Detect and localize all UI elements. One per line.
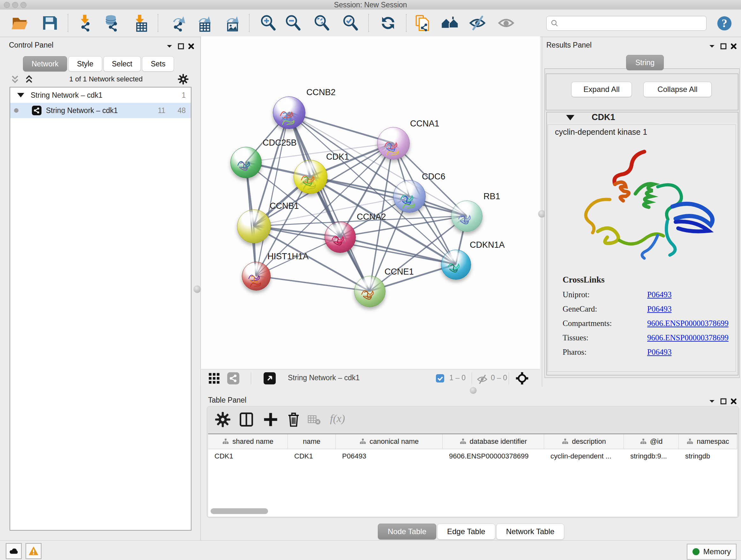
import-network-file-icon[interactable]	[76, 14, 94, 32]
network-node-CCNA2[interactable]	[325, 222, 356, 253]
network-canvas[interactable]: CCNB2CCNA1CDC25BCDK1CDC6RB1CCNB1CCNA2CDK…	[201, 37, 540, 369]
import-network-db-icon[interactable]	[104, 14, 121, 32]
table-settings-gear-icon[interactable]	[214, 411, 231, 428]
export-image-icon[interactable]	[222, 14, 240, 32]
horizontal-splitter-handle[interactable]	[470, 387, 477, 394]
results-panel-collapse-icon[interactable]	[708, 42, 716, 51]
tab-sets[interactable]: Sets	[142, 56, 174, 71]
results-panel-close-icon[interactable]	[730, 42, 738, 51]
table-cell[interactable]: P06493	[336, 452, 443, 460]
network-node-CCNB2[interactable]	[273, 97, 306, 129]
tab-node-table[interactable]: Node Table	[378, 523, 436, 540]
network-node-CCNB1[interactable]	[237, 209, 271, 243]
protein-name-heading[interactable]: CDK1	[592, 112, 615, 122]
collapse-all-networks-icon[interactable]	[10, 74, 20, 84]
network-share-icon[interactable]	[227, 372, 239, 384]
delete-column-trash-icon[interactable]	[285, 411, 302, 428]
control-panel-close-icon[interactable]	[187, 42, 195, 51]
collapse-all-button[interactable]: Collapse All	[643, 82, 712, 97]
tab-select[interactable]: Select	[104, 56, 141, 71]
duplicate-network-icon[interactable]	[414, 14, 431, 32]
network-node-HIST1H1A[interactable]	[242, 262, 271, 291]
export-network-icon[interactable]	[169, 14, 186, 32]
open-file-icon[interactable]	[11, 14, 29, 32]
network-node-CCNE1[interactable]	[354, 276, 386, 307]
table-cell[interactable]: stringdb	[679, 452, 737, 460]
zoom-in-icon[interactable]	[259, 14, 277, 32]
expand-all-networks-icon[interactable]	[23, 74, 35, 84]
save-session-icon[interactable]	[41, 14, 59, 32]
crosslink-link[interactable]: P06493	[647, 290, 671, 299]
show-columns-icon[interactable]	[238, 411, 255, 428]
results-tab-string[interactable]: String	[626, 55, 664, 70]
cloud-status-button[interactable]	[6, 543, 22, 559]
table-cell[interactable]: 9606.ENSP00000378699	[443, 452, 544, 460]
center-view-crosshair-icon[interactable]	[515, 371, 529, 385]
search-box[interactable]	[546, 16, 706, 30]
network-node-CDKN1A[interactable]	[441, 250, 471, 280]
table-panel-float-icon[interactable]	[719, 397, 728, 406]
crosslink-link[interactable]: 9606.ENSP00000378699	[647, 319, 729, 328]
control-panel-collapse-icon[interactable]	[165, 42, 174, 51]
crosslink-link[interactable]: P06493	[647, 348, 671, 357]
table-cell[interactable]: stringdb:9...	[624, 452, 679, 460]
delete-table-icon[interactable]	[307, 411, 321, 428]
import-table-icon[interactable]	[131, 14, 149, 32]
crosslink-link[interactable]: P06493	[647, 305, 671, 314]
network-node-RB1[interactable]	[451, 200, 482, 232]
column-header-canonical-name[interactable]: canonical name	[336, 434, 443, 449]
network-tree-row[interactable]: String Network – cdk11	[10, 87, 191, 103]
column-header-shared-name[interactable]: shared name	[208, 434, 288, 449]
birdseye-grid-icon[interactable]	[208, 372, 220, 384]
open-in-new-window-icon[interactable]	[264, 372, 276, 384]
table-panel-title: Table Panel	[208, 396, 246, 405]
expand-all-button[interactable]: Expand All	[571, 82, 632, 97]
hide-selected-icon[interactable]	[468, 14, 486, 32]
zoom-selected-icon[interactable]	[341, 14, 359, 32]
column-header-name[interactable]: name	[288, 434, 336, 449]
crosslink-row: Pharos:P06493	[562, 348, 729, 357]
column-header-database-identifier[interactable]: database identifier	[443, 434, 544, 449]
table-cell[interactable]: cyclin-dependent ...	[544, 452, 624, 460]
table-panel-collapse-icon[interactable]	[708, 397, 716, 406]
table-row[interactable]: CDK1CDK1P064939606.ENSP00000378699cyclin…	[208, 449, 737, 463]
first-neighbors-icon[interactable]	[441, 14, 459, 32]
node-label-HIST1H1A: HIST1H1A	[267, 252, 309, 261]
control-panel-float-icon[interactable]	[177, 42, 185, 51]
network-node-CDC25B[interactable]	[230, 147, 262, 178]
export-table-icon[interactable]	[194, 14, 212, 32]
table-panel-close-icon[interactable]	[730, 397, 738, 406]
network-options-gear-icon[interactable]	[178, 73, 189, 85]
memory-button[interactable]: Memory	[687, 544, 737, 560]
crosslink-link[interactable]: 9606.ENSP00000378699	[647, 333, 729, 342]
network-node-CDK1[interactable]	[293, 160, 327, 194]
zoom-fit-icon[interactable]	[313, 14, 331, 32]
tab-network[interactable]: Network	[23, 56, 67, 71]
tab-edge-table[interactable]: Edge Table	[437, 523, 495, 540]
help-button[interactable]: ?	[716, 14, 733, 32]
tab-network-table[interactable]: Network Table	[496, 523, 564, 540]
zoom-out-icon[interactable]	[284, 14, 302, 32]
network-node-CDC6[interactable]	[393, 180, 426, 212]
create-column-plus-icon[interactable]	[262, 411, 279, 428]
function-builder-icon[interactable]: f(x)	[330, 413, 345, 425]
network-tree-row[interactable]: String Network – cdk11148	[10, 103, 191, 118]
refresh-layout-icon[interactable]	[379, 14, 397, 32]
search-input[interactable]	[562, 19, 703, 28]
hidden-eye-icon[interactable]	[476, 373, 488, 385]
table-horizontal-scrollbar[interactable]	[211, 508, 268, 514]
column-header--id[interactable]: @id	[624, 434, 679, 449]
tree-expand-triangle-icon[interactable]	[17, 93, 24, 98]
left-splitter-handle[interactable]	[193, 286, 201, 293]
tab-style[interactable]: Style	[68, 56, 102, 71]
network-node-CCNA1[interactable]	[377, 127, 410, 160]
protein-collapse-triangle-icon[interactable]	[566, 115, 575, 120]
selected-checkbox-icon[interactable]	[436, 374, 444, 382]
column-header-description[interactable]: description	[544, 434, 624, 449]
column-header-namespac[interactable]: namespac	[679, 434, 737, 449]
warnings-button[interactable]	[25, 543, 42, 559]
show-all-icon[interactable]	[497, 14, 515, 32]
table-cell[interactable]: CDK1	[288, 452, 336, 460]
table-cell[interactable]: CDK1	[208, 452, 288, 460]
results-panel-float-icon[interactable]	[719, 42, 728, 51]
